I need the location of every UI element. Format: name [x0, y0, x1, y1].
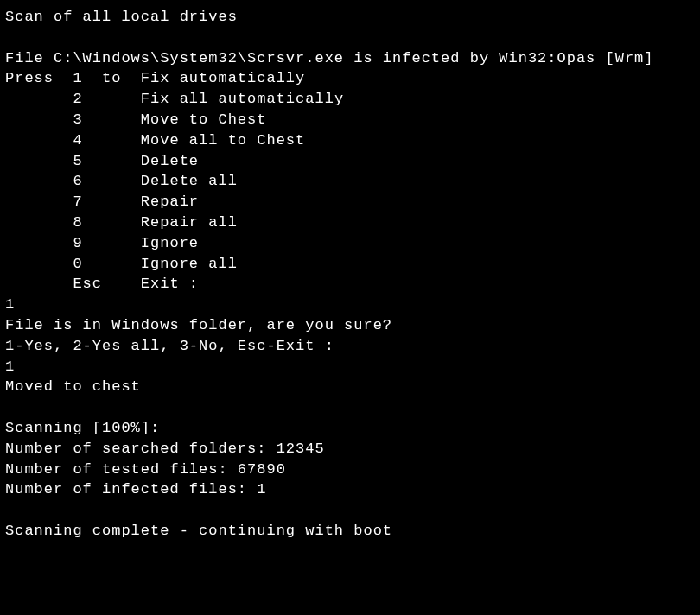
menu-label: Repair	[141, 193, 199, 210]
user-input-2: 1	[5, 357, 695, 377]
menu-item-6[interactable]: 6 Delete all	[5, 171, 695, 192]
scanning-progress: Scanning [100%]:	[5, 418, 695, 439]
confirm-prompt: File is in Windows folder, are you sure?	[5, 315, 695, 336]
stat-label: Number of tested files:	[5, 461, 228, 478]
scan-title: Scan of all local drives	[5, 7, 695, 28]
action-result: Moved to chest	[5, 377, 695, 397]
menu-key: 2	[73, 91, 82, 107]
menu-key: 3	[73, 111, 82, 128]
complete-message: Scanning complete - continuing with boot	[5, 521, 695, 542]
menu-item-esc[interactable]: Esc Exit :	[5, 274, 695, 295]
stat-files: Number of tested files: 67890	[5, 460, 695, 480]
menu-key: 8	[73, 214, 82, 231]
stat-value: 12345	[277, 441, 325, 457]
menu-key: 6	[73, 173, 82, 189]
menu-label: Exit :	[141, 276, 199, 292]
menu-item-5[interactable]: 5 Delete	[5, 151, 695, 172]
stat-label: Number of searched folders:	[5, 441, 266, 457]
menu-label: Fix all automatically	[141, 91, 344, 107]
menu-label: Repair all	[141, 214, 238, 231]
blank-line	[5, 28, 695, 48]
user-input-1: 1	[5, 295, 695, 315]
menu-label: Ignore	[141, 235, 199, 251]
menu-item-2[interactable]: 2 Fix all automatically	[5, 89, 695, 110]
menu-item-1[interactable]: Press 1 to Fix automatically	[5, 68, 695, 89]
menu-label: Delete all	[141, 173, 238, 189]
infection-message: File C:\Windows\System32\Scrsvr.exe is i…	[5, 48, 695, 69]
menu-label: Move to Chest	[141, 111, 267, 128]
menu-item-8[interactable]: 8 Repair all	[5, 212, 695, 233]
menu-label: Ignore all	[141, 256, 238, 272]
menu-item-3[interactable]: 3 Move to Chest	[5, 110, 695, 130]
stat-value: 67890	[238, 461, 286, 478]
menu-item-0[interactable]: 0 Ignore all	[5, 254, 695, 275]
menu-label: Delete	[141, 153, 199, 169]
to-label: to	[102, 70, 121, 86]
menu-key: 0	[73, 256, 82, 272]
menu-key: 7	[73, 193, 82, 210]
stat-folders: Number of searched folders: 12345	[5, 439, 695, 460]
stat-label: Number of infected files:	[5, 481, 247, 498]
menu-key: Esc	[73, 276, 102, 292]
menu-label: Move all to Chest	[141, 132, 305, 149]
menu-key: 1	[73, 70, 82, 86]
menu-label: Fix automatically	[141, 70, 305, 86]
menu-key: 5	[73, 153, 82, 169]
menu-key: 9	[73, 235, 82, 251]
menu-key: 4	[73, 132, 82, 149]
menu-item-4[interactable]: 4 Move all to Chest	[5, 130, 695, 151]
menu-item-9[interactable]: 9 Ignore	[5, 233, 695, 254]
stat-infected: Number of infected files: 1	[5, 479, 695, 500]
blank-line	[5, 500, 695, 521]
confirm-options[interactable]: 1-Yes, 2-Yes all, 3-No, Esc-Exit :	[5, 336, 695, 357]
menu-item-7[interactable]: 7 Repair	[5, 192, 695, 212]
press-label: Press	[5, 70, 54, 86]
stat-value: 1	[257, 481, 266, 498]
blank-line	[5, 397, 695, 418]
